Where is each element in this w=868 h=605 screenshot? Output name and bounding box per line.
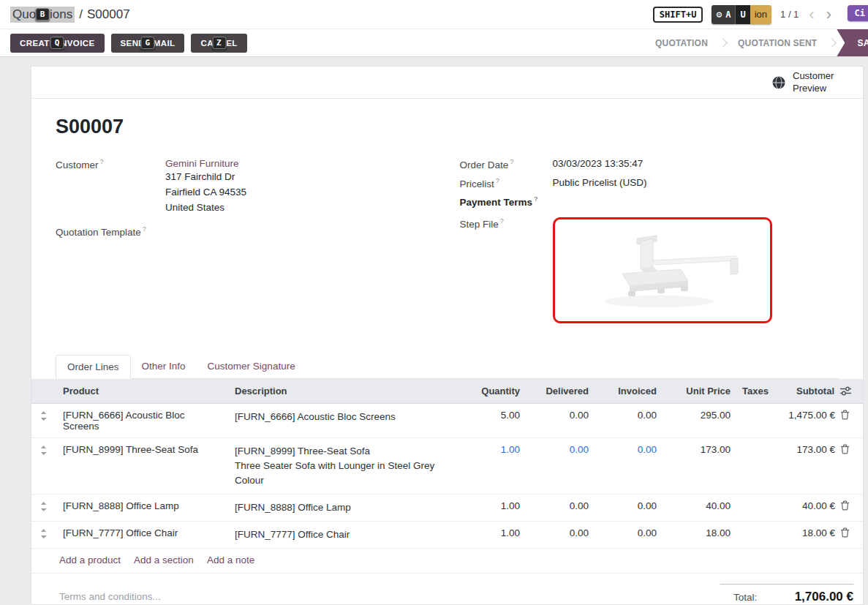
step-file-label: Step File? [460, 217, 553, 323]
cell-unit-price[interactable]: 40.00 [664, 494, 738, 521]
cell-invoiced[interactable]: 0.00 [596, 437, 664, 494]
cell-product[interactable]: [FURN_7777] Office Chair [56, 521, 227, 548]
cell-taxes[interactable] [738, 521, 774, 548]
address-line: Fairfield CA 94535 [165, 184, 246, 200]
drag-handle-icon[interactable] [31, 437, 56, 494]
col-header-delivered: Delivered [527, 379, 596, 404]
drag-handle-icon[interactable] [31, 403, 56, 437]
pager-next-icon[interactable]: › [825, 7, 833, 23]
cell-product[interactable]: [FURN_8888] Office Lamp [56, 494, 227, 521]
control-panel: CREATE INVOICE Q SEND EMAIL G CANCEL Z Q… [0, 29, 868, 57]
cell-invoiced[interactable]: 0.00 [596, 494, 664, 521]
cancel-button[interactable]: CANCEL Z [191, 34, 246, 53]
cell-unit-price[interactable]: 295.00 [664, 403, 738, 437]
pricelist-field[interactable]: Public Pricelist (USD) [553, 177, 647, 189]
customer-label: Customer? [56, 158, 165, 215]
cell-quantity[interactable]: 1.00 [454, 521, 527, 548]
hint-keycap-shift-u: SHIFT+U [653, 7, 703, 23]
col-header-handle [31, 379, 56, 404]
table-header-row: ProductDescriptionQuantityDeliveredInvoi… [31, 379, 864, 404]
link-add-a-product[interactable]: Add a product [59, 555, 121, 565]
customer-address: 317 Fairchild DrFairfield CA 94535United… [165, 169, 246, 215]
status-step-quotation[interactable]: QUOTATION [645, 38, 718, 48]
cell-description[interactable]: [FURN_7777] Office Chair [227, 521, 454, 548]
cell-subtotal: 1,475.00 € [774, 403, 864, 437]
chevron-right-icon [718, 38, 728, 48]
order-date-label: Order Date? [460, 158, 553, 170]
create-invoice-button[interactable]: CREATE INVOICE Q [10, 34, 105, 53]
top-navbar: Quotations B / S00007 SHIFT+U ⚙ A U ion … [0, 0, 868, 29]
drag-handle-icon[interactable] [31, 521, 56, 548]
cell-delivered[interactable]: 0.00 [527, 494, 596, 521]
col-header-taxes: Taxes [738, 379, 774, 404]
subtotal-value: 18.00 € [802, 527, 835, 538]
link-add-a-section[interactable]: Add a section [134, 555, 194, 565]
delete-row-icon[interactable] [840, 500, 850, 511]
payment-terms-label: Payment Terms? [460, 195, 553, 208]
cell-taxes[interactable] [738, 437, 774, 494]
hint-keycap-b: B [36, 8, 50, 21]
tab-order-lines[interactable]: Order Lines [56, 355, 131, 379]
delete-row-icon[interactable] [840, 444, 850, 454]
col-header-invoiced: Invoiced [596, 379, 664, 404]
help-icon: ? [510, 158, 513, 165]
cell-taxes[interactable] [738, 403, 774, 437]
help-icon: ? [496, 177, 499, 184]
cell-invoiced[interactable]: 0.00 [596, 403, 664, 437]
link-add-a-note[interactable]: Add a note [207, 555, 254, 565]
address-line: United States [165, 200, 246, 215]
col-header-description: Description [227, 379, 454, 404]
tab-other-info[interactable]: Other Info [131, 355, 197, 378]
subtotal-value: 40.00 € [802, 500, 835, 511]
statusbar: QUOTATIONQUOTATION SENTSALES ORDER [645, 29, 868, 56]
terms-placeholder[interactable]: Terms and conditions... [59, 591, 161, 602]
help-icon: ? [534, 195, 538, 203]
table-footer-links: Add a productAdd a sectionAdd a note [31, 549, 863, 574]
status-step-quotation-sent[interactable]: QUOTATION SENT [728, 38, 827, 48]
cell-invoiced[interactable]: 0.00 [596, 521, 664, 548]
totals-block: Total: 1,706.00 € [720, 584, 853, 604]
col-header-product: Product [56, 379, 227, 404]
action-menu-button[interactable]: ⚙ A U ion [712, 5, 771, 24]
cell-subtotal: 173.00 € [774, 437, 864, 494]
breadcrumb-separator: / [79, 7, 83, 22]
pager-previous-icon[interactable]: ‹ [807, 7, 815, 23]
cell-product[interactable]: [FURN_6666] Acoustic Bloc Screens [56, 403, 227, 437]
breadcrumb: Quotations B / S00007 [10, 7, 130, 23]
cell-product[interactable]: [FURN_8999] Three-Seat Sofa [56, 437, 227, 494]
cell-delivered[interactable]: 0.00 [527, 437, 596, 494]
hint-keycap-g: G [140, 37, 154, 50]
cell-description[interactable]: [FURN_8888] Office Lamp [227, 494, 454, 521]
cell-subtotal: 18.00 € [774, 521, 864, 548]
cell-quantity[interactable]: 1.00 [454, 437, 527, 494]
optional-columns-icon[interactable] [840, 386, 851, 396]
cell-description[interactable]: [FURN_8999] Three-Seat SofaThree Seater … [227, 437, 454, 494]
send-email-button[interactable]: SEND EMAIL G [111, 34, 185, 53]
cell-quantity[interactable]: 5.00 [454, 403, 527, 437]
total-value: 1,706.00 € [795, 590, 853, 604]
cell-unit-price[interactable]: 18.00 [664, 521, 738, 548]
breadcrumb-quotations[interactable]: Quotations B [10, 7, 75, 23]
order-date-field[interactable]: 03/03/2023 13:35:47 [553, 158, 644, 170]
order-line-row: [FURN_6666] Acoustic Bloc Screens[FURN_6… [31, 403, 864, 437]
delete-row-icon[interactable] [840, 527, 850, 538]
cell-delivered[interactable]: 0.00 [527, 403, 596, 437]
subtotal-value: 1,475.00 € [788, 410, 835, 421]
help-icon: ? [500, 217, 504, 225]
tab-customer-signature[interactable]: Customer Signature [197, 355, 306, 378]
notebook-tabs: Order LinesOther InfoCustomer Signature [56, 355, 839, 379]
delete-row-icon[interactable] [840, 410, 850, 420]
order-line-row: [FURN_8888] Office Lamp[FURN_8888] Offic… [31, 494, 864, 521]
cell-delivered[interactable]: 0.00 [527, 521, 596, 548]
help-icon: ? [100, 158, 104, 165]
cell-description[interactable]: [FURN_6666] Acoustic Bloc Screens [227, 403, 454, 437]
cell-quantity[interactable]: 1.00 [454, 494, 527, 521]
step-file-image[interactable] [553, 217, 772, 323]
address-line: 317 Fairchild Dr [165, 169, 246, 184]
cell-unit-price[interactable]: 173.00 [664, 437, 738, 494]
customer-preview-button[interactable]: Customer Preview [771, 70, 847, 94]
status-step-sales-order[interactable]: SALES ORDER [837, 29, 868, 56]
customer-link[interactable]: Gemini Furniture [165, 158, 239, 169]
drag-handle-icon[interactable] [31, 494, 56, 521]
cell-taxes[interactable] [738, 494, 774, 521]
